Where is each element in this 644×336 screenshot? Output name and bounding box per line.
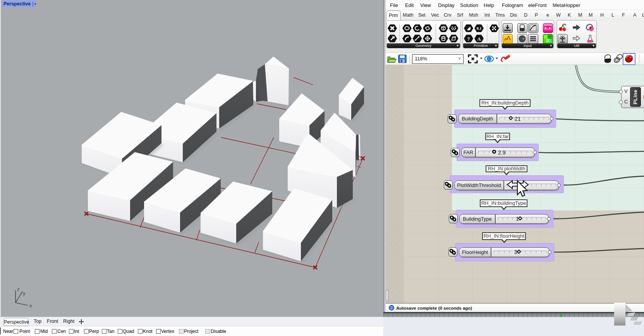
svg-text:0.1: 0.1 (477, 26, 482, 31)
svg-text:!: ! (391, 306, 392, 310)
svg-text:7: 7 (467, 36, 470, 42)
svg-text:A: A (477, 36, 481, 42)
